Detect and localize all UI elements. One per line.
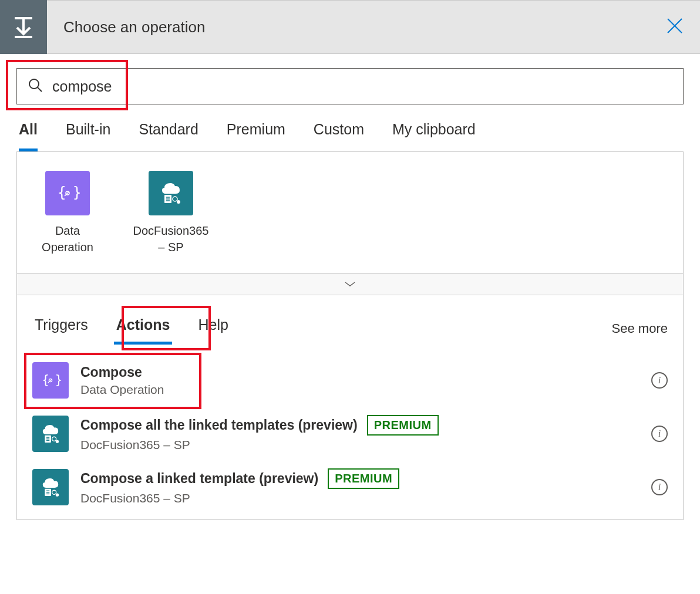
action-text: Compose all the linked templates (previe… (80, 415, 645, 452)
docfusion-icon (32, 469, 69, 505)
tab-standard[interactable]: Standard (139, 121, 198, 151)
action-list: { } Compose Data Operation i (17, 352, 683, 519)
action-subtitle: DocFusion365 – SP (80, 491, 645, 505)
svg-rect-0 (15, 17, 32, 19)
arrow-down-to-line-icon (11, 15, 36, 39)
results-panel: { } Data Operation Do (16, 151, 684, 520)
connector-docfusion365-sp[interactable]: DocFusion365 – SP (136, 171, 206, 255)
connector-grid: { } Data Operation Do (17, 152, 683, 273)
svg-point-25 (52, 437, 56, 441)
data-operation-icon: { } (32, 362, 69, 399)
subtab-triggers[interactable]: Triggers (32, 313, 90, 345)
svg-point-32 (56, 493, 59, 496)
search-icon (28, 77, 43, 95)
subtab-actions[interactable]: Actions (114, 313, 173, 345)
svg-text:}: } (73, 184, 81, 201)
action-compose-all-linked-templates[interactable]: Compose all the linked templates (previe… (17, 407, 683, 460)
info-button[interactable]: i (651, 372, 668, 389)
svg-text:{: { (58, 184, 66, 201)
subtabs: Triggers Actions Help (32, 313, 231, 345)
action-title: Compose a linked template (preview) (80, 471, 318, 487)
expand-connectors-button[interactable] (17, 273, 683, 295)
tab-premium[interactable]: Premium (227, 121, 285, 151)
action-title: Compose (80, 365, 142, 380)
info-button[interactable]: i (651, 479, 668, 495)
tab-built-in[interactable]: Built-in (66, 121, 110, 151)
svg-line-6 (38, 87, 42, 92)
search-box[interactable] (16, 68, 684, 104)
svg-rect-2 (15, 36, 32, 38)
docfusion-icon (149, 171, 193, 215)
action-text: Compose a linked template (preview) PREM… (80, 468, 645, 505)
tab-my-clipboard[interactable]: My clipboard (392, 121, 476, 151)
action-subtitle: Data Operation (80, 383, 645, 397)
connector-data-operation[interactable]: { } Data Operation (32, 171, 103, 255)
connector-label: Data Operation (32, 222, 103, 255)
svg-point-26 (56, 440, 59, 443)
dialog-title: Choose an operation (63, 18, 205, 36)
svg-text:{: { (42, 373, 49, 387)
action-title: Compose all the linked templates (previe… (80, 417, 358, 433)
svg-point-15 (173, 197, 177, 201)
action-compose-a-linked-template[interactable]: Compose a linked template (preview) PREM… (17, 460, 683, 514)
subtabs-row: Triggers Actions Help See more (17, 295, 683, 352)
close-button[interactable] (666, 17, 684, 37)
tab-all[interactable]: All (19, 121, 38, 151)
svg-point-16 (177, 200, 180, 204)
dialog-header: Choose an operation (0, 0, 700, 54)
svg-point-31 (52, 490, 56, 494)
tab-custom[interactable]: Custom (314, 121, 364, 151)
action-text: Compose Data Operation (80, 365, 645, 397)
premium-badge: PREMIUM (328, 468, 399, 489)
svg-text:}: } (55, 373, 62, 387)
action-compose[interactable]: { } Compose Data Operation i (17, 354, 683, 407)
subtab-help[interactable]: Help (196, 313, 230, 345)
premium-badge: PREMIUM (367, 415, 439, 436)
header-left: Choose an operation (0, 0, 205, 54)
search-area (0, 54, 700, 110)
info-button[interactable]: i (651, 426, 668, 442)
close-icon (666, 17, 684, 35)
operation-header-icon (0, 0, 47, 54)
docfusion-icon (32, 416, 69, 452)
see-more-link[interactable]: See more (612, 321, 668, 336)
search-input[interactable] (52, 78, 672, 95)
action-subtitle: DocFusion365 – SP (80, 438, 645, 452)
chevron-down-icon (344, 281, 356, 288)
category-tabs: All Built-in Standard Premium Custom My … (0, 110, 700, 151)
data-operation-icon: { } (45, 171, 90, 215)
svg-point-5 (29, 79, 39, 89)
connector-label: DocFusion365 – SP (133, 222, 209, 255)
